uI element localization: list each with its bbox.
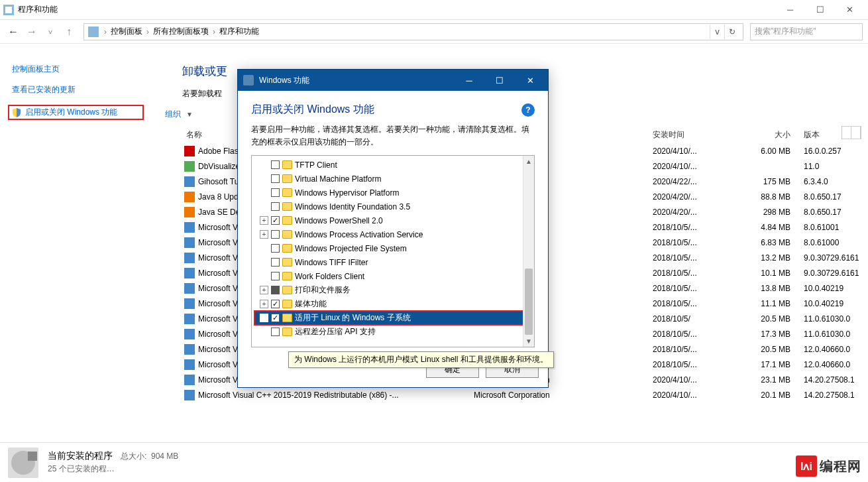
folder-icon: [282, 286, 292, 294]
checkbox[interactable]: [271, 174, 280, 183]
feature-item[interactable]: Windows Projected File System: [254, 241, 531, 255]
expander-icon[interactable]: [260, 314, 268, 322]
status-bar: 当前安装的程序 总大小: 904 MB 25 个已安装的程… lʌi 编程网: [0, 442, 868, 482]
program-size: 175 MB: [731, 177, 804, 186]
expander-icon[interactable]: [260, 160, 268, 169]
expander-icon[interactable]: [260, 328, 268, 336]
feature-item[interactable]: Windows TIFF IFilter: [254, 255, 531, 269]
feature-tree[interactable]: TFTP Client Virtual Machine Platform Win…: [251, 155, 535, 347]
back-button[interactable]: ←: [5, 24, 21, 40]
checkbox[interactable]: [271, 160, 280, 169]
scroll-up-icon[interactable]: ▲: [523, 156, 534, 167]
expander-icon[interactable]: +: [260, 230, 268, 239]
checkbox[interactable]: [271, 328, 280, 336]
dialog-close-button[interactable]: ✕: [517, 71, 543, 90]
feature-label: Windows Process Activation Service: [295, 230, 423, 239]
svg-rect-1: [5, 7, 12, 13]
svg-rect-15: [184, 329, 195, 339]
sidebar-link[interactable]: 控制面板主页: [12, 64, 144, 75]
dialog-minimize-button[interactable]: ─: [457, 71, 482, 90]
history-dropdown-button[interactable]: ⅴ: [710, 25, 724, 39]
checkbox[interactable]: [271, 286, 280, 294]
checkbox[interactable]: [271, 300, 280, 308]
sidebar-link[interactable]: 查看已安装的更新: [12, 84, 144, 95]
svg-rect-17: [184, 359, 195, 370]
feature-item[interactable]: + 打印和文件服务: [254, 283, 531, 297]
feature-item[interactable]: Windows Hypervisor Platform: [254, 186, 531, 200]
feature-item[interactable]: 远程差分压缩 API 支持: [254, 325, 531, 339]
svg-rect-9: [184, 237, 195, 248]
program-row[interactable]: Microsoft Visual C++ 2015-2019 Redistrib…: [182, 387, 868, 402]
expander-icon[interactable]: [260, 272, 268, 280]
feature-item[interactable]: Virtual Machine Platform: [254, 172, 531, 186]
expander-icon[interactable]: [260, 244, 268, 253]
expander-icon[interactable]: [260, 174, 268, 183]
recent-locations-button[interactable]: ⅴ: [42, 24, 58, 40]
program-version: 14.20.27508.1: [804, 375, 868, 385]
feature-item[interactable]: + 媒体功能: [254, 297, 531, 311]
organize-button[interactable]: 组织: [165, 109, 181, 120]
chevron-down-icon[interactable]: ▼: [186, 111, 193, 118]
program-version: 12.0.40660.0: [804, 345, 868, 354]
checkbox[interactable]: [271, 258, 280, 267]
maximize-button[interactable]: ☐: [805, 1, 835, 19]
scroll-down-icon[interactable]: ▼: [523, 335, 534, 347]
window-title: 程序和功能: [18, 4, 775, 15]
breadcrumb-item[interactable]: 控制面板: [111, 26, 142, 37]
expander-icon[interactable]: [260, 258, 268, 267]
folder-icon: [282, 160, 292, 169]
expander-icon[interactable]: [260, 202, 268, 211]
program-version: 11.0.61030.0: [804, 314, 868, 324]
expander-icon[interactable]: +: [260, 216, 268, 225]
svg-rect-10: [184, 253, 195, 263]
scrollbar[interactable]: ▲ ▼: [523, 156, 534, 347]
expander-icon[interactable]: [260, 188, 268, 197]
column-date[interactable]: 安装时间: [653, 129, 731, 141]
feature-label: Virtual Machine Platform: [295, 174, 382, 184]
scroll-thumb[interactable]: [525, 269, 533, 335]
program-size: 17.3 MB: [731, 330, 804, 339]
feature-item[interactable]: + Windows PowerShell 2.0: [254, 213, 531, 227]
program-icon: [184, 222, 195, 233]
program-date: 2018/10/5/...: [653, 299, 731, 308]
help-icon[interactable]: ?: [521, 103, 535, 117]
expander-icon[interactable]: +: [260, 300, 268, 308]
feature-item[interactable]: + Windows Process Activation Service: [254, 227, 531, 241]
expander-icon[interactable]: +: [260, 286, 268, 294]
program-size: 10.1 MB: [731, 269, 804, 278]
checkbox[interactable]: [271, 272, 280, 280]
up-button[interactable]: ↑: [61, 24, 77, 40]
minimize-button[interactable]: ─: [775, 1, 805, 19]
checkbox[interactable]: [271, 230, 280, 239]
checkbox[interactable]: [271, 216, 280, 225]
program-size: 20.1 MB: [731, 391, 804, 400]
search-input[interactable]: 搜索"程序和功能": [750, 23, 863, 40]
refresh-button[interactable]: ↻: [724, 25, 739, 39]
column-size[interactable]: 大小: [731, 129, 804, 141]
breadcrumb[interactable]: › 控制面板 › 所有控制面板项 › 程序和功能 ⅴ ↻: [83, 23, 743, 40]
checkbox[interactable]: [271, 314, 280, 322]
dialog-maximize-button[interactable]: ☐: [487, 71, 512, 90]
breadcrumb-item[interactable]: 所有控制面板项: [153, 26, 209, 37]
close-button[interactable]: ✕: [835, 1, 865, 19]
feature-item[interactable]: Windows Identity Foundation 3.5: [254, 200, 531, 213]
checkbox[interactable]: [271, 244, 280, 253]
program-date: 2018/10/5/: [653, 314, 731, 324]
folder-icon: [282, 258, 292, 267]
program-date: 2020/4/10/...: [653, 147, 731, 156]
checkbox[interactable]: [271, 188, 280, 197]
program-icon: [184, 390, 195, 400]
dialog-titlebar[interactable]: Windows 功能 ─ ☐ ✕: [238, 70, 548, 91]
nav-bar: ← → ⅴ ↑ › 控制面板 › 所有控制面板项 › 程序和功能 ⅴ ↻ 搜索"…: [0, 20, 868, 43]
feature-item[interactable]: Work Folders Client: [254, 269, 531, 283]
checkbox[interactable]: [271, 202, 280, 211]
svg-rect-5: [184, 176, 195, 187]
forward-button[interactable]: →: [24, 24, 40, 40]
feature-item[interactable]: TFTP Client: [254, 158, 531, 172]
program-date: 2018/10/5/...: [653, 345, 731, 354]
view-options-button[interactable]: [841, 126, 861, 139]
app-icon: [3, 5, 14, 15]
feature-item[interactable]: 适用于 Linux 的 Windows 子系统: [254, 311, 531, 325]
sidebar-link[interactable]: 启用或关闭 Windows 功能: [8, 105, 144, 120]
breadcrumb-item[interactable]: 程序和功能: [219, 26, 259, 37]
